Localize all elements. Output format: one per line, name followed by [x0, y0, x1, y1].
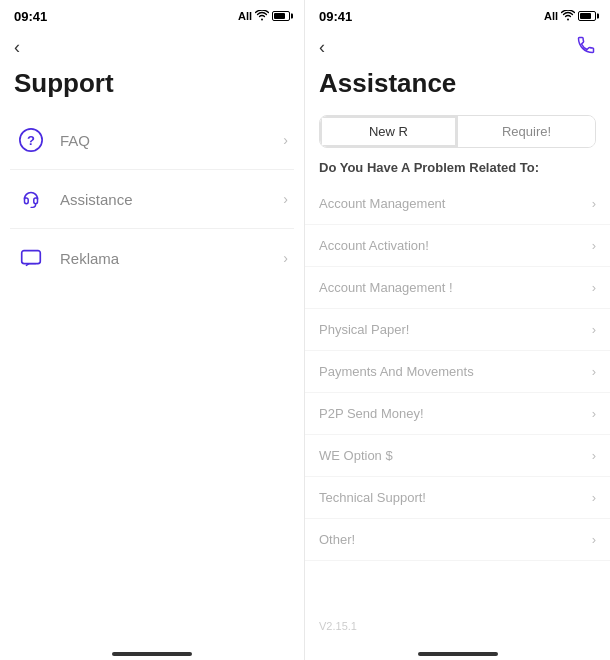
assistance-item-account-activation[interactable]: Account Activation! ›	[305, 225, 610, 267]
account-management-2-label: Account Management !	[319, 280, 592, 295]
technical-support-label: Technical Support!	[319, 490, 592, 505]
tab-new[interactable]: New R	[320, 116, 458, 147]
physical-paper-chevron: ›	[592, 322, 596, 337]
p2p-send-money-label: P2P Send Money!	[319, 406, 592, 421]
assistance-item-technical-support[interactable]: Technical Support! ›	[305, 477, 610, 519]
tab-segment: New R Require!	[319, 115, 596, 148]
we-options-label: WE Option $	[319, 448, 592, 463]
right-home-bar	[418, 652, 498, 656]
left-home-bar	[112, 652, 192, 656]
menu-item-assistance[interactable]: Assistance ›	[10, 170, 294, 229]
right-status-bar: 09:41 All	[305, 0, 610, 28]
reklama-label: Reklama	[60, 250, 269, 267]
left-page-title: Support	[0, 64, 304, 111]
left-panel: 09:41 All ‹ Support ?	[0, 0, 305, 660]
right-page-title: Assistance	[305, 64, 610, 111]
account-management-label: Account Management	[319, 196, 592, 211]
right-nav-bar: ‹	[305, 28, 610, 64]
left-back-button[interactable]: ‹	[14, 38, 20, 56]
menu-item-reklama[interactable]: Reklama ›	[10, 229, 294, 287]
account-management-2-chevron: ›	[592, 280, 596, 295]
assistance-item-other[interactable]: Other! ›	[305, 519, 610, 561]
faq-label: FAQ	[60, 132, 269, 149]
tab-required[interactable]: Require!	[458, 116, 595, 147]
headset-icon	[16, 184, 46, 214]
assistance-item-account-management[interactable]: Account Management ›	[305, 183, 610, 225]
version-text: V2.15.1	[305, 614, 610, 640]
chat-icon	[16, 243, 46, 273]
right-status-time: 09:41	[319, 9, 352, 24]
faq-icon: ?	[16, 125, 46, 155]
phone-icon[interactable]	[576, 35, 596, 60]
right-home-indicator	[305, 640, 610, 660]
we-options-chevron: ›	[592, 448, 596, 463]
assistance-label: Assistance	[60, 191, 269, 208]
left-battery-icon	[272, 11, 290, 21]
reklama-chevron: ›	[283, 250, 288, 266]
faq-chevron: ›	[283, 132, 288, 148]
assistance-chevron: ›	[283, 191, 288, 207]
assistance-item-p2p-send-money[interactable]: P2P Send Money! ›	[305, 393, 610, 435]
assistance-item-account-management-2[interactable]: Account Management ! ›	[305, 267, 610, 309]
payments-movements-chevron: ›	[592, 364, 596, 379]
right-signal-label: All	[544, 10, 558, 22]
left-menu-list: ? FAQ › Assistance ›	[0, 111, 304, 640]
right-status-icons: All	[544, 10, 596, 23]
right-back-button[interactable]: ‹	[319, 38, 325, 56]
assistance-item-payments-movements[interactable]: Payments And Movements ›	[305, 351, 610, 393]
left-wifi-icon	[255, 10, 269, 23]
menu-item-faq[interactable]: ? FAQ ›	[10, 111, 294, 170]
other-label: Other!	[319, 532, 592, 547]
assistance-item-physical-paper[interactable]: Physical Paper! ›	[305, 309, 610, 351]
technical-support-chevron: ›	[592, 490, 596, 505]
account-activation-label: Account Activation!	[319, 238, 592, 253]
account-activation-chevron: ›	[592, 238, 596, 253]
left-nav-bar: ‹	[0, 28, 304, 64]
left-status-time: 09:41	[14, 9, 47, 24]
question-heading: Do You Have A Problem Related To:	[305, 158, 610, 183]
assistance-item-we-options[interactable]: WE Option $ ›	[305, 435, 610, 477]
right-panel: 09:41 All ‹ Assistance New R R	[305, 0, 610, 660]
p2p-send-money-chevron: ›	[592, 406, 596, 421]
svg-rect-2	[22, 251, 41, 264]
payments-movements-label: Payments And Movements	[319, 364, 592, 379]
assistance-list: Account Management › Account Activation!…	[305, 183, 610, 614]
left-home-indicator	[0, 640, 304, 660]
right-wifi-icon	[561, 10, 575, 23]
right-battery-icon	[578, 11, 596, 21]
physical-paper-label: Physical Paper!	[319, 322, 592, 337]
other-chevron: ›	[592, 532, 596, 547]
left-signal-label: All	[238, 10, 252, 22]
left-status-icons: All	[238, 10, 290, 23]
account-management-chevron: ›	[592, 196, 596, 211]
svg-text:?: ?	[27, 133, 35, 148]
left-status-bar: 09:41 All	[0, 0, 304, 28]
